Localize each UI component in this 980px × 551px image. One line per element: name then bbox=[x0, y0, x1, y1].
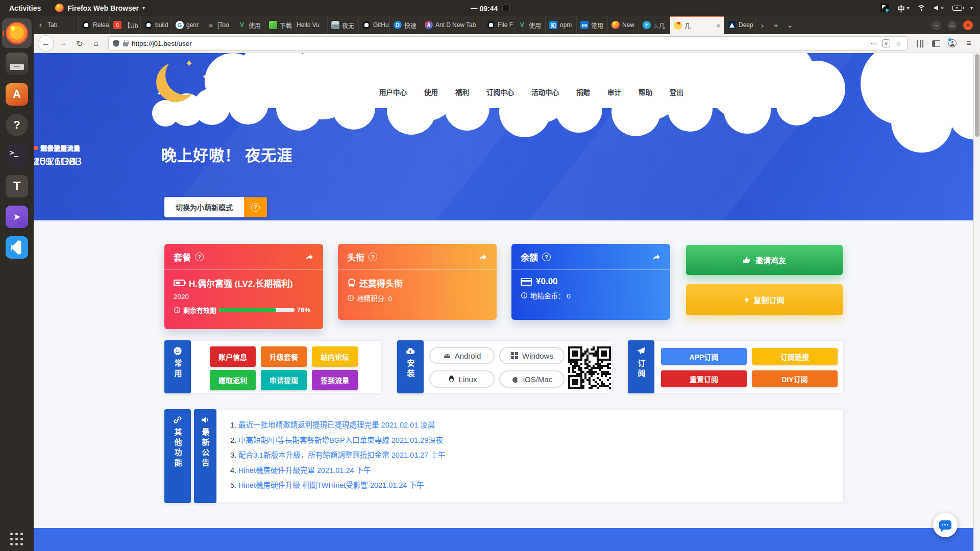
activities-button[interactable]: Activities bbox=[0, 0, 50, 16]
nav-item[interactable]: 订阅中心 bbox=[478, 87, 523, 97]
tab-other-functions[interactable]: 其他功能 bbox=[164, 409, 191, 503]
url-text[interactable]: https://j01.best/user bbox=[132, 40, 865, 47]
dock-item[interactable]: ➤ bbox=[2, 202, 32, 232]
url-bar[interactable]: https://j01.best/user ⋯ ∨ ☆ bbox=[108, 36, 908, 51]
subscribe-action-button[interactable]: 重置订阅 bbox=[661, 370, 747, 387]
browser-tab[interactable]: New Tab bbox=[452, 16, 483, 34]
common-action-button[interactable]: 签到流量 bbox=[312, 370, 358, 390]
os-download-button[interactable]: Linux bbox=[429, 370, 495, 388]
back-button[interactable]: ← bbox=[38, 35, 54, 52]
volume-muted-icon[interactable]: ✕ bbox=[934, 5, 944, 11]
nav-item[interactable]: 帮助 bbox=[630, 87, 661, 97]
sidebar-icon[interactable] bbox=[929, 36, 943, 51]
dock-item[interactable] bbox=[2, 233, 32, 262]
hamburger-menu-icon[interactable]: ≡ bbox=[962, 36, 976, 51]
mode-help-button[interactable]: ? bbox=[244, 197, 267, 217]
question-icon[interactable]: ? bbox=[195, 253, 204, 261]
dock-item[interactable]: ? bbox=[2, 110, 32, 140]
nav-item[interactable]: 用户中心 bbox=[371, 87, 415, 97]
scroll-tabs-left-icon[interactable]: ‹ bbox=[34, 16, 47, 34]
browser-tab[interactable]: GitHu bbox=[359, 16, 390, 34]
tab-install[interactable]: 安装 bbox=[397, 340, 424, 393]
question-icon[interactable]: ? bbox=[369, 253, 377, 261]
announcement-link[interactable]: Hinet機房硬件升級完畢 2021.01.24 下午 bbox=[238, 466, 371, 474]
tab-common[interactable]: 常用 bbox=[164, 340, 191, 393]
browser-tab[interactable]: Relea bbox=[79, 16, 110, 34]
share-icon[interactable] bbox=[305, 253, 314, 262]
common-action-button[interactable]: 站内论坛 bbox=[312, 346, 358, 367]
common-action-button[interactable]: 赚取返利 bbox=[210, 370, 256, 390]
browser-tab[interactable]: 知 npm bbox=[546, 16, 577, 34]
dock-item[interactable]: A bbox=[2, 80, 32, 109]
invite-friends-button[interactable]: 邀请鸡友 bbox=[686, 245, 843, 275]
browser-tab[interactable]: G genr bbox=[172, 16, 203, 34]
lock-icon[interactable] bbox=[123, 42, 128, 46]
browser-tab[interactable]: New bbox=[608, 16, 639, 34]
announcement-link[interactable]: 中高短期/中等長期套餐新增BGP入口華東專線 2021.01.29深夜 bbox=[238, 436, 443, 444]
browser-tab[interactable]: C 【Ub bbox=[110, 16, 141, 34]
subscribe-action-button[interactable]: 订阅链接 bbox=[752, 348, 838, 365]
forward-button[interactable]: → bbox=[56, 36, 70, 51]
browser-tab[interactable]: Tab bbox=[47, 16, 79, 34]
input-method-icon[interactable] bbox=[880, 4, 889, 12]
page-actions-icon[interactable]: ⋯ bbox=[869, 40, 878, 47]
list-all-tabs-icon[interactable]: ⌄ bbox=[783, 20, 797, 30]
browser-tab[interactable]: ≡ [Too bbox=[203, 16, 234, 34]
browser-tab[interactable]: 下載 bbox=[265, 16, 297, 34]
scroll-tabs-right-icon[interactable]: › bbox=[755, 21, 769, 30]
page-scrollbar[interactable] bbox=[973, 53, 980, 551]
browser-tab[interactable]: 夜无 bbox=[328, 16, 359, 34]
switch-newbie-mode-button[interactable]: 切换为小萌新模式 bbox=[164, 197, 244, 217]
clock[interactable]: 一 09:44 bbox=[471, 3, 510, 13]
tab-latest-announcements[interactable]: 最新公告 bbox=[194, 409, 216, 503]
tab-subscribe[interactable]: 订阅 bbox=[628, 340, 654, 393]
announcement-link[interactable]: 配合3.1新版本升級，所有餘額調整到抵扣金幣 2021.01.27 上午 bbox=[238, 451, 445, 459]
browser-tab[interactable]: ✈ ♨几 bbox=[639, 16, 670, 34]
close-tab-icon[interactable]: × bbox=[713, 22, 724, 30]
library-icon[interactable] bbox=[913, 36, 927, 51]
browser-tab[interactable]: D 快速 bbox=[390, 16, 421, 34]
wifi-icon[interactable] bbox=[917, 5, 926, 11]
chevron-down-icon[interactable]: ▾ bbox=[970, 5, 973, 11]
chat-widget-button[interactable] bbox=[933, 513, 958, 537]
nav-item[interactable]: 审计 bbox=[599, 87, 630, 97]
account-icon[interactable] bbox=[945, 36, 960, 51]
browser-tab[interactable]: A Ant D bbox=[421, 16, 452, 34]
browser-tab[interactable]: EB 常用 bbox=[577, 16, 608, 34]
announcement-link[interactable]: Hinet機房硬件升級 相關TWHinet受影響 2021.01.24 下午 bbox=[238, 481, 424, 489]
question-icon[interactable]: ? bbox=[542, 253, 551, 261]
common-action-button[interactable]: 升级套餐 bbox=[261, 346, 307, 367]
nav-item[interactable]: 登出 bbox=[661, 87, 692, 97]
app-menu[interactable]: Firefox Web Browser ▾ bbox=[50, 4, 150, 12]
nav-item[interactable]: 福利 bbox=[447, 87, 478, 97]
browser-tab[interactable]: 几 × bbox=[670, 16, 724, 34]
dock-item[interactable] bbox=[2, 18, 32, 48]
common-action-button[interactable]: 账户信息 bbox=[210, 346, 256, 367]
browser-tab[interactable]: V 使用 bbox=[234, 16, 265, 34]
nav-item[interactable]: 活动中心 bbox=[523, 87, 568, 97]
show-applications-icon[interactable] bbox=[10, 533, 23, 546]
nav-item[interactable]: 使用 bbox=[415, 87, 447, 97]
announcement-link[interactable]: 最近一批地精邀請返利提現已提現處理完畢 2021.02.01 凌晨 bbox=[238, 421, 435, 429]
browser-tab[interactable]: Hello Vu bbox=[297, 16, 328, 34]
copy-subscription-button[interactable]: ♥ 复制订阅 bbox=[686, 284, 843, 315]
close-button[interactable]: × bbox=[963, 20, 973, 30]
home-button[interactable]: ⌂ bbox=[89, 36, 103, 51]
new-tab-button[interactable]: + bbox=[769, 21, 783, 30]
os-download-button[interactable]: Windows bbox=[499, 347, 565, 364]
bookmark-star-icon[interactable]: ☆ bbox=[894, 40, 903, 47]
browser-tab[interactable]: File F bbox=[483, 16, 514, 34]
system-tray[interactable]: 中▾ ✕ ▾ bbox=[880, 3, 980, 13]
tracking-protection-shield-icon[interactable] bbox=[113, 40, 119, 47]
reload-button[interactable]: ↻ bbox=[72, 36, 87, 51]
nav-item[interactable]: 捐赠 bbox=[568, 87, 599, 97]
pocket-icon[interactable]: ∨ bbox=[882, 39, 890, 47]
os-download-button[interactable]: iOS/Mac bbox=[499, 370, 565, 388]
minimize-button[interactable]: − bbox=[932, 20, 941, 30]
ime-language-switch[interactable]: 中▾ bbox=[897, 3, 909, 13]
dock-item[interactable]: >_ bbox=[2, 141, 32, 170]
dock-item[interactable]: T bbox=[2, 171, 32, 201]
maximize-button[interactable]: □ bbox=[947, 20, 957, 30]
browser-tab[interactable]: build bbox=[141, 16, 172, 34]
scrollbar-thumb[interactable] bbox=[975, 54, 979, 137]
